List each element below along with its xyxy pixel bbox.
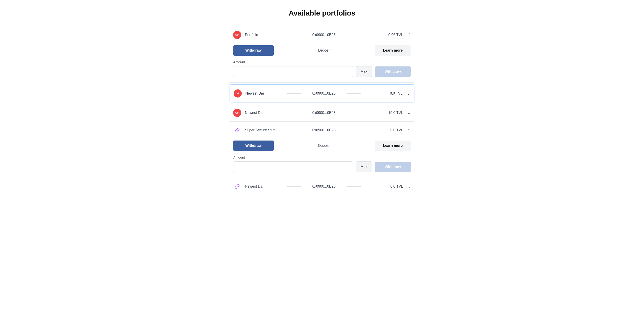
portfolio-icon-op-3: OP: [233, 109, 241, 117]
portfolio-address-4: 0x0900...0E25: [305, 128, 343, 132]
portfolio-address-1: 0x0900...0E25: [305, 33, 343, 37]
learn-more-button-1[interactable]: Learn more: [375, 45, 411, 56]
divider-4: [347, 93, 360, 94]
amount-section-1: Amount Max Withdraw: [233, 60, 411, 77]
amount-input-1[interactable]: [233, 66, 353, 77]
action-row-1: Withdraw Deposit Learn more: [233, 45, 411, 56]
portfolio-tvl-5: 0.0 TVL: [365, 184, 403, 188]
portfolio-name-3: Newest Dai: [245, 111, 282, 115]
portfolio-name-2: Newest Dai: [245, 91, 283, 96]
amount-input-4[interactable]: [233, 162, 353, 172]
portfolio-header-1[interactable]: OP Portfolio 0x0900...0E25 0.06 TVL ⌃: [230, 26, 414, 43]
portfolio-item-3: OP Newest Dai 0x0900...0E25 10.0 TVL ⌄: [230, 104, 414, 122]
amount-input-row-1: Max Withdraw: [233, 66, 411, 77]
max-button-1[interactable]: Max: [356, 66, 372, 77]
portfolio-address-2: 0x0900...0E25: [305, 91, 343, 96]
portfolio-tvl-4: 0.0 TVL: [365, 128, 403, 132]
divider-9: [287, 186, 300, 187]
amount-label-4: Amount: [233, 155, 411, 159]
portfolio-icon-op-2: OP: [234, 89, 242, 98]
deposit-button-1[interactable]: Deposit: [277, 45, 371, 56]
max-button-4[interactable]: Max: [356, 162, 372, 172]
portfolio-icon-link-5: [233, 182, 241, 190]
amount-input-row-4: Max Withdraw: [233, 162, 411, 172]
portfolio-icon-op-1: OP: [233, 31, 241, 39]
portfolio-icon-link-4: [233, 126, 241, 134]
divider-3: [287, 93, 301, 94]
portfolio-item-4: Super Secure Stuff 0x0900...0E25 0.0 TVL…: [230, 122, 414, 178]
portfolio-address-3: 0x0900...0E25: [305, 111, 343, 115]
withdraw-button-4[interactable]: Withdraw: [233, 141, 274, 151]
divider-7: [287, 130, 300, 130]
chevron-down-icon-3: ⌄: [408, 110, 411, 115]
portfolio-header-2[interactable]: OP Newest Dai 0x0900...0E25 0.0 TVL ⌄: [230, 85, 414, 102]
learn-more-button-4[interactable]: Learn more: [375, 141, 411, 151]
withdraw-button-1[interactable]: Withdraw: [233, 45, 274, 56]
portfolio-tvl-2: 0.0 TVL: [365, 91, 402, 96]
divider-10: [347, 186, 361, 187]
portfolio-item-5: Newest Dai 0x0900...0E25 0.0 TVL ⌄: [230, 178, 414, 195]
withdraw-action-button-1[interactable]: Withdraw: [375, 66, 411, 77]
portfolio-expanded-4: Withdraw Deposit Learn more Amount Max W…: [230, 139, 414, 178]
portfolio-name-4: Super Secure Stuff: [245, 128, 282, 132]
chevron-up-icon-1: ⌃: [408, 32, 411, 37]
amount-section-4: Amount Max Withdraw: [233, 155, 411, 172]
portfolio-tvl-1: 0.06 TVL: [365, 33, 403, 37]
portfolio-header-5[interactable]: Newest Dai 0x0900...0E25 0.0 TVL ⌄: [230, 178, 414, 195]
portfolio-expanded-1: Withdraw Deposit Learn more Amount Max W…: [230, 43, 414, 82]
divider-2: [347, 35, 361, 35]
portfolio-tvl-3: 10.0 TVL: [365, 111, 403, 115]
portfolio-item-1: OP Portfolio 0x0900...0E25 0.06 TVL ⌃ Wi…: [230, 26, 414, 83]
portfolios-container: OP Portfolio 0x0900...0E25 0.06 TVL ⌃ Wi…: [230, 26, 414, 195]
divider-1: [287, 35, 300, 35]
portfolio-item-2: OP Newest Dai 0x0900...0E25 0.0 TVL ⌄: [230, 84, 414, 102]
chevron-up-icon-4: ⌃: [408, 128, 411, 133]
amount-label-1: Amount: [233, 60, 411, 64]
portfolio-name-1: Portfolio: [245, 33, 282, 37]
portfolio-header-3[interactable]: OP Newest Dai 0x0900...0E25 10.0 TVL ⌄: [230, 104, 414, 121]
chevron-down-icon-2: ⌄: [407, 91, 410, 96]
withdraw-action-button-4[interactable]: Withdraw: [375, 162, 411, 172]
divider-6: [347, 113, 361, 113]
divider-8: [347, 130, 361, 130]
page-title: Available portfolios: [4, 9, 640, 17]
action-row-4: Withdraw Deposit Learn more: [233, 141, 411, 151]
deposit-button-4[interactable]: Deposit: [277, 141, 371, 151]
portfolio-name-5: Newest Dai: [245, 184, 282, 188]
chevron-down-icon-5: ⌄: [408, 184, 411, 189]
divider-5: [287, 113, 300, 113]
portfolio-address-5: 0x0900...0E25: [305, 184, 343, 188]
portfolio-header-4[interactable]: Super Secure Stuff 0x0900...0E25 0.0 TVL…: [230, 122, 414, 139]
